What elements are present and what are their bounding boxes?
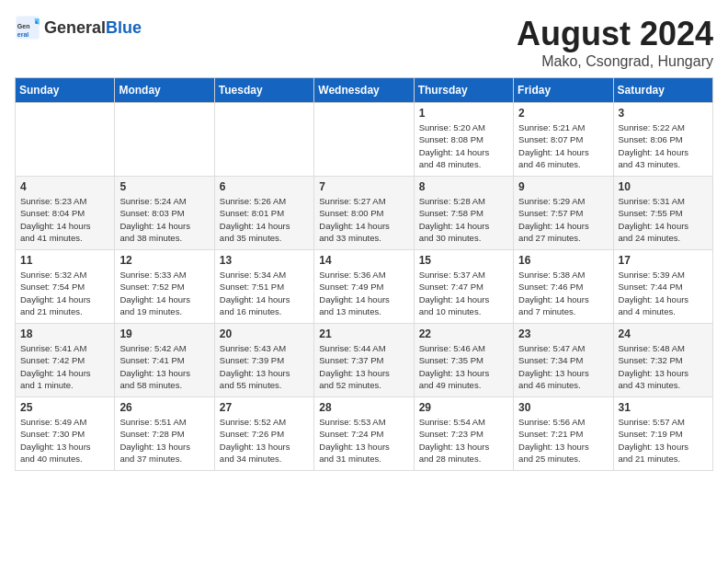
day-number: 11: [20, 254, 109, 267]
day-number: 9: [518, 180, 608, 193]
day-info: Sunrise: 5:22 AM Sunset: 8:06 PM Dayligh…: [619, 121, 708, 170]
day-number: 7: [319, 180, 408, 193]
calendar-cell: 4Sunrise: 5:23 AM Sunset: 8:04 PM Daylig…: [16, 177, 115, 250]
calendar-cell: 13Sunrise: 5:34 AM Sunset: 7:51 PM Dayli…: [214, 250, 313, 324]
day-number: 18: [20, 327, 109, 340]
calendar-cell: 16Sunrise: 5:38 AM Sunset: 7:46 PM Dayli…: [514, 250, 613, 324]
logo-text-general: General: [44, 18, 106, 37]
day-number: 29: [419, 401, 508, 414]
day-number: 30: [518, 401, 608, 414]
day-info: Sunrise: 5:32 AM Sunset: 7:54 PM Dayligh…: [20, 269, 109, 317]
column-header-wednesday: Wednesday: [314, 78, 414, 103]
day-info: Sunrise: 5:49 AM Sunset: 7:30 PM Dayligh…: [20, 416, 109, 465]
day-number: 5: [119, 180, 209, 193]
svg-text:eral: eral: [17, 31, 29, 38]
day-info: Sunrise: 5:57 AM Sunset: 7:19 PM Dayligh…: [619, 416, 708, 465]
day-number: 27: [220, 401, 309, 414]
calendar-cell: 17Sunrise: 5:39 AM Sunset: 7:44 PM Dayli…: [613, 250, 712, 324]
day-number: 22: [419, 327, 508, 340]
calendar-cell: 8Sunrise: 5:28 AM Sunset: 7:58 PM Daylig…: [414, 177, 513, 250]
day-info: Sunrise: 5:53 AM Sunset: 7:24 PM Dayligh…: [319, 416, 408, 465]
svg-text:Gen: Gen: [17, 23, 30, 29]
day-number: 1: [419, 107, 508, 120]
calendar-cell: 14Sunrise: 5:36 AM Sunset: 7:49 PM Dayli…: [314, 250, 414, 324]
day-info: Sunrise: 5:39 AM Sunset: 7:44 PM Dayligh…: [619, 269, 708, 317]
calendar-cell: 27Sunrise: 5:52 AM Sunset: 7:26 PM Dayli…: [214, 397, 313, 471]
calendar-cell: 12Sunrise: 5:33 AM Sunset: 7:52 PM Dayli…: [115, 250, 214, 324]
day-info: Sunrise: 5:33 AM Sunset: 7:52 PM Dayligh…: [119, 269, 209, 317]
day-info: Sunrise: 5:44 AM Sunset: 7:37 PM Dayligh…: [319, 342, 408, 391]
calendar-cell: 7Sunrise: 5:27 AM Sunset: 8:00 PM Daylig…: [314, 177, 414, 250]
day-number: 20: [220, 327, 309, 340]
calendar-cell: [16, 103, 115, 177]
day-number: 12: [119, 254, 209, 267]
day-number: 6: [220, 180, 309, 193]
logo-text-blue: Blue: [106, 18, 142, 37]
calendar-cell: 1Sunrise: 5:20 AM Sunset: 8:08 PM Daylig…: [414, 103, 513, 177]
day-info: Sunrise: 5:41 AM Sunset: 7:42 PM Dayligh…: [20, 342, 109, 391]
logo: Gen eral GeneralBlue: [15, 15, 142, 40]
calendar-cell: 10Sunrise: 5:31 AM Sunset: 7:55 PM Dayli…: [613, 177, 712, 250]
day-info: Sunrise: 5:24 AM Sunset: 8:03 PM Dayligh…: [119, 195, 209, 244]
day-number: 28: [319, 401, 408, 414]
day-info: Sunrise: 5:37 AM Sunset: 7:47 PM Dayligh…: [419, 269, 508, 317]
day-info: Sunrise: 5:29 AM Sunset: 7:57 PM Dayligh…: [518, 195, 608, 244]
calendar-cell: 25Sunrise: 5:49 AM Sunset: 7:30 PM Dayli…: [16, 397, 115, 471]
day-info: Sunrise: 5:51 AM Sunset: 7:28 PM Dayligh…: [119, 416, 209, 465]
calendar-table: SundayMondayTuesdayWednesdayThursdayFrid…: [15, 77, 713, 471]
calendar-cell: 18Sunrise: 5:41 AM Sunset: 7:42 PM Dayli…: [16, 324, 115, 397]
day-info: Sunrise: 5:48 AM Sunset: 7:32 PM Dayligh…: [619, 342, 708, 391]
column-header-sunday: Sunday: [16, 78, 115, 103]
column-header-saturday: Saturday: [613, 78, 712, 103]
calendar-cell: [214, 103, 313, 177]
calendar-cell: 3Sunrise: 5:22 AM Sunset: 8:06 PM Daylig…: [613, 103, 712, 177]
day-number: 4: [20, 180, 109, 193]
day-number: 23: [518, 327, 608, 340]
day-info: Sunrise: 5:47 AM Sunset: 7:34 PM Dayligh…: [518, 342, 608, 391]
day-info: Sunrise: 5:34 AM Sunset: 7:51 PM Dayligh…: [220, 269, 309, 317]
calendar-cell: [115, 103, 214, 177]
day-info: Sunrise: 5:23 AM Sunset: 8:04 PM Dayligh…: [20, 195, 109, 244]
day-number: 13: [220, 254, 309, 267]
calendar-cell: [314, 103, 414, 177]
day-info: Sunrise: 5:38 AM Sunset: 7:46 PM Dayligh…: [518, 269, 608, 317]
calendar-cell: 22Sunrise: 5:46 AM Sunset: 7:35 PM Dayli…: [414, 324, 513, 397]
page-subtitle: Mako, Csongrad, Hungary: [517, 53, 713, 70]
day-info: Sunrise: 5:42 AM Sunset: 7:41 PM Dayligh…: [119, 342, 209, 391]
day-info: Sunrise: 5:21 AM Sunset: 8:07 PM Dayligh…: [518, 121, 608, 170]
calendar-cell: 5Sunrise: 5:24 AM Sunset: 8:03 PM Daylig…: [115, 177, 214, 250]
page-title: August 2024: [517, 15, 713, 53]
calendar-cell: 11Sunrise: 5:32 AM Sunset: 7:54 PM Dayli…: [16, 250, 115, 324]
day-number: 15: [419, 254, 508, 267]
day-number: 3: [619, 107, 708, 120]
day-number: 2: [518, 107, 608, 120]
day-number: 16: [518, 254, 608, 267]
column-header-thursday: Thursday: [414, 78, 513, 103]
day-info: Sunrise: 5:31 AM Sunset: 7:55 PM Dayligh…: [619, 195, 708, 244]
calendar-cell: 23Sunrise: 5:47 AM Sunset: 7:34 PM Dayli…: [514, 324, 613, 397]
calendar-cell: 6Sunrise: 5:26 AM Sunset: 8:01 PM Daylig…: [214, 177, 313, 250]
day-info: Sunrise: 5:54 AM Sunset: 7:23 PM Dayligh…: [419, 416, 508, 465]
calendar-cell: 28Sunrise: 5:53 AM Sunset: 7:24 PM Dayli…: [314, 397, 414, 471]
calendar-cell: 21Sunrise: 5:44 AM Sunset: 7:37 PM Dayli…: [314, 324, 414, 397]
day-info: Sunrise: 5:27 AM Sunset: 8:00 PM Dayligh…: [319, 195, 408, 244]
column-header-monday: Monday: [115, 78, 214, 103]
calendar-cell: 2Sunrise: 5:21 AM Sunset: 8:07 PM Daylig…: [514, 103, 613, 177]
day-info: Sunrise: 5:46 AM Sunset: 7:35 PM Dayligh…: [419, 342, 508, 391]
calendar-cell: 20Sunrise: 5:43 AM Sunset: 7:39 PM Dayli…: [214, 324, 313, 397]
column-header-friday: Friday: [514, 78, 613, 103]
day-number: 25: [20, 401, 109, 414]
calendar-cell: 26Sunrise: 5:51 AM Sunset: 7:28 PM Dayli…: [115, 397, 214, 471]
day-info: Sunrise: 5:20 AM Sunset: 8:08 PM Dayligh…: [419, 121, 508, 170]
logo-icon: Gen eral: [15, 15, 40, 40]
calendar-cell: 31Sunrise: 5:57 AM Sunset: 7:19 PM Dayli…: [613, 397, 712, 471]
day-info: Sunrise: 5:56 AM Sunset: 7:21 PM Dayligh…: [518, 416, 608, 465]
day-number: 10: [619, 180, 708, 193]
day-number: 31: [619, 401, 708, 414]
day-number: 26: [119, 401, 209, 414]
day-number: 24: [619, 327, 708, 340]
calendar-cell: 24Sunrise: 5:48 AM Sunset: 7:32 PM Dayli…: [613, 324, 712, 397]
day-number: 19: [119, 327, 209, 340]
day-number: 21: [319, 327, 408, 340]
day-info: Sunrise: 5:26 AM Sunset: 8:01 PM Dayligh…: [220, 195, 309, 244]
